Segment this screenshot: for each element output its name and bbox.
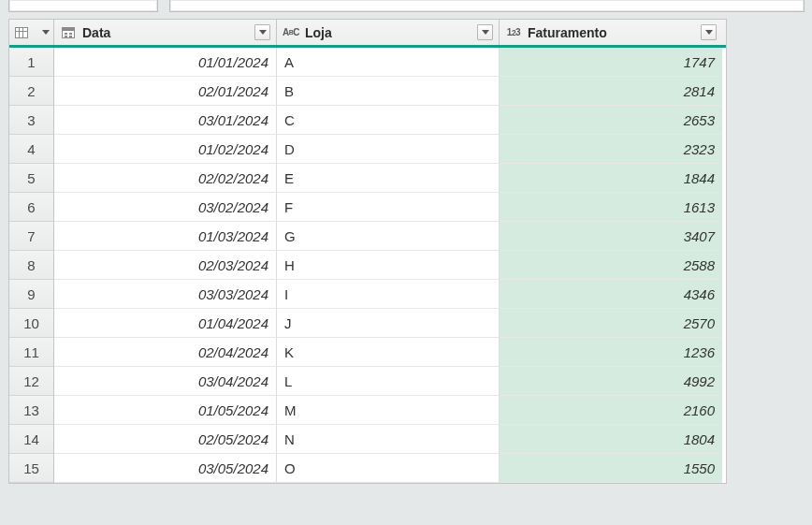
cell-data[interactable]: 01/05/2024 <box>54 396 277 425</box>
table-row[interactable]: 202/01/2024B2814 <box>9 77 726 106</box>
cell-loja[interactable]: H <box>277 251 500 280</box>
cell-loja[interactable]: C <box>277 106 500 135</box>
row-number[interactable]: 3 <box>9 106 54 135</box>
cell-loja[interactable]: B <box>277 77 500 106</box>
row-number[interactable]: 15 <box>9 454 54 483</box>
cell-data[interactable]: 03/03/2024 <box>54 280 277 309</box>
select-all-corner[interactable] <box>9 20 54 45</box>
column-header-faturamento[interactable]: 123 Faturamento <box>500 20 722 45</box>
table-row[interactable]: 1102/04/2024K1236 <box>9 338 726 367</box>
table-row[interactable]: 603/02/2024F1613 <box>9 193 726 222</box>
table-icon <box>13 24 30 41</box>
cell-faturamento[interactable]: 1844 <box>500 164 722 193</box>
cell-faturamento[interactable]: 1804 <box>500 425 722 454</box>
cell-data[interactable]: 03/02/2024 <box>54 193 277 222</box>
row-number[interactable]: 12 <box>9 367 54 396</box>
table-row[interactable]: 303/01/2024C2653 <box>9 106 726 135</box>
cell-faturamento[interactable]: 2814 <box>500 77 722 106</box>
row-number[interactable]: 5 <box>9 164 54 193</box>
cell-loja[interactable]: N <box>277 425 500 454</box>
table-row[interactable]: 101/01/2024A1747 <box>9 48 726 77</box>
cell-loja[interactable]: E <box>277 164 500 193</box>
row-number[interactable]: 2 <box>9 77 54 106</box>
row-number[interactable]: 8 <box>9 251 54 280</box>
table-row[interactable]: 1402/05/2024N1804 <box>9 425 726 454</box>
cell-loja[interactable]: I <box>277 280 500 309</box>
cell-faturamento[interactable]: 2653 <box>500 106 722 135</box>
cell-faturamento[interactable]: 2570 <box>500 309 722 338</box>
cell-faturamento[interactable]: 4346 <box>500 280 722 309</box>
cell-data[interactable]: 01/01/2024 <box>54 48 277 77</box>
cell-loja[interactable]: O <box>277 454 500 483</box>
table-row[interactable]: 1203/04/2024L4992 <box>9 367 726 396</box>
table-row[interactable]: 1001/04/2024J2570 <box>9 309 726 338</box>
panel-fragment-right <box>169 0 805 12</box>
filter-dropdown-button[interactable] <box>254 24 270 40</box>
table-row[interactable]: 401/02/2024D2323 <box>9 135 726 164</box>
row-number[interactable]: 9 <box>9 280 54 309</box>
column-header-label: Faturamento <box>528 25 607 40</box>
row-number[interactable]: 6 <box>9 193 54 222</box>
row-number[interactable]: 7 <box>9 222 54 251</box>
cell-loja[interactable]: A <box>277 48 500 77</box>
panel-fragment-left <box>8 0 158 12</box>
header-row: Data ABC Loja 123 Faturamento <box>9 20 726 48</box>
chevron-down-icon <box>42 30 50 35</box>
cell-data[interactable]: 03/04/2024 <box>54 367 277 396</box>
column-header-label: Loja <box>305 25 332 40</box>
cell-loja[interactable]: L <box>277 367 500 396</box>
cell-data[interactable]: 01/02/2024 <box>54 135 277 164</box>
cell-data[interactable]: 02/04/2024 <box>54 338 277 367</box>
cell-faturamento[interactable]: 1613 <box>500 193 722 222</box>
row-number[interactable]: 11 <box>9 338 54 367</box>
cell-faturamento[interactable]: 1747 <box>500 48 722 77</box>
number-type-icon: 123 <box>505 24 522 41</box>
row-number[interactable]: 14 <box>9 425 54 454</box>
cell-data[interactable]: 01/04/2024 <box>54 309 277 338</box>
column-header-label: Data <box>82 25 110 40</box>
cell-data[interactable]: 03/05/2024 <box>54 454 277 483</box>
cell-faturamento[interactable]: 2588 <box>500 251 722 280</box>
filter-dropdown-button[interactable] <box>477 24 493 40</box>
table-row[interactable]: 1503/05/2024O1550 <box>9 454 726 483</box>
cell-data[interactable]: 03/01/2024 <box>54 106 277 135</box>
cell-loja[interactable]: K <box>277 338 500 367</box>
table-row[interactable]: 502/02/2024E1844 <box>9 164 726 193</box>
cell-data[interactable]: 02/05/2024 <box>54 425 277 454</box>
cell-loja[interactable]: D <box>277 135 500 164</box>
cell-loja[interactable]: M <box>277 396 500 425</box>
table-row[interactable]: 1301/05/2024M2160 <box>9 396 726 425</box>
table-row[interactable]: 701/03/2024G3407 <box>9 222 726 251</box>
row-number[interactable]: 1 <box>9 48 54 77</box>
row-number[interactable]: 13 <box>9 396 54 425</box>
column-header-loja[interactable]: ABC Loja <box>277 20 500 45</box>
text-type-icon: ABC <box>283 24 299 41</box>
column-header-data[interactable]: Data <box>54 20 277 45</box>
calendar-icon <box>60 24 77 41</box>
cell-faturamento[interactable]: 2160 <box>500 396 722 425</box>
cell-data[interactable]: 01/03/2024 <box>54 222 277 251</box>
cell-loja[interactable]: F <box>277 193 500 222</box>
data-grid: Data ABC Loja 123 Faturamento 101/01/202… <box>8 19 727 484</box>
row-number[interactable]: 10 <box>9 309 54 338</box>
cell-data[interactable]: 02/03/2024 <box>54 251 277 280</box>
table-row[interactable]: 903/03/2024I4346 <box>9 280 726 309</box>
rows-container: 101/01/2024A1747202/01/2024B2814303/01/2… <box>9 48 726 483</box>
filter-dropdown-button[interactable] <box>701 24 717 40</box>
cell-faturamento[interactable]: 4992 <box>500 367 722 396</box>
cell-loja[interactable]: J <box>277 309 500 338</box>
cell-loja[interactable]: G <box>277 222 500 251</box>
cell-faturamento[interactable]: 2323 <box>500 135 722 164</box>
cell-data[interactable]: 02/02/2024 <box>54 164 277 193</box>
cell-faturamento[interactable]: 1236 <box>500 338 722 367</box>
cell-data[interactable]: 02/01/2024 <box>54 77 277 106</box>
table-row[interactable]: 802/03/2024H2588 <box>9 251 726 280</box>
row-number[interactable]: 4 <box>9 135 54 164</box>
cell-faturamento[interactable]: 3407 <box>500 222 722 251</box>
cell-faturamento[interactable]: 1550 <box>500 454 722 483</box>
